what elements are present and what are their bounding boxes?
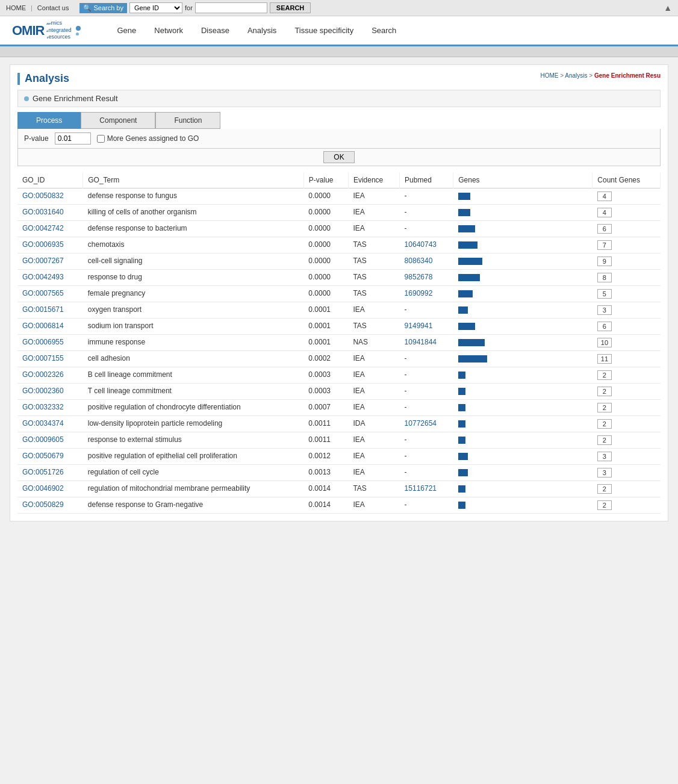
search-button[interactable]: SEARCH: [270, 2, 311, 13]
count-cell: 7: [592, 237, 661, 254]
pubmed-cell: -: [400, 302, 453, 319]
genes-bar-cell: [453, 286, 592, 302]
table-row: GO:0031640killing of cells of another or…: [17, 205, 661, 221]
go-id-link[interactable]: GO:0006955: [22, 338, 64, 346]
genes-bar-cell: [453, 319, 592, 335]
count-cell: 2: [592, 384, 661, 400]
pubmed-cell: 1690992: [400, 286, 453, 302]
count-badge: 9: [597, 257, 612, 266]
table-row: GO:0042742defense response to bacterium0…: [17, 221, 661, 237]
go-id-link[interactable]: GO:0015671: [22, 305, 64, 314]
count-cell: 11: [592, 351, 661, 367]
count-cell: 3: [592, 449, 661, 465]
pubmed-link[interactable]: 8086340: [405, 257, 433, 265]
more-genes-checkbox[interactable]: [97, 135, 105, 143]
nav-analysis[interactable]: Analysis: [247, 23, 276, 37]
tab-process[interactable]: Process: [17, 112, 81, 129]
title-accent-bar: [17, 73, 20, 85]
nav-tissue-specificity[interactable]: Tissue specificity: [294, 23, 353, 37]
go-id-link[interactable]: GO:0046902: [22, 484, 64, 493]
genes-bar-cell: [453, 416, 592, 432]
home-link[interactable]: HOME: [6, 4, 26, 11]
genes-bar-cell: [453, 465, 592, 481]
count-cell: 5: [592, 286, 661, 302]
evidence-cell: IEA: [348, 449, 399, 465]
pvalue-cell: 0.0000: [303, 270, 348, 286]
tab-component[interactable]: Component: [81, 112, 155, 129]
nav-search[interactable]: Search: [372, 23, 396, 37]
go-term: T cell lineage commitment: [83, 384, 304, 400]
table-row: GO:0002326B cell lineage commitment0.000…: [17, 367, 661, 384]
more-genes-label[interactable]: More Genes assigned to GO: [97, 134, 199, 143]
evidence-cell: IEA: [348, 205, 399, 221]
genes-bar: [458, 437, 465, 444]
go-id-link[interactable]: GO:0042493: [22, 273, 64, 281]
count-cell: 10: [592, 335, 661, 351]
pubmed-link[interactable]: 1690992: [405, 289, 433, 297]
pvalue-cell: 0.0014: [303, 497, 348, 514]
count-cell: 6: [592, 221, 661, 237]
pvalue-input[interactable]: [55, 132, 91, 145]
nav-disease[interactable]: Disease: [201, 23, 229, 37]
go-term: response to external stimulus: [83, 432, 304, 449]
evidence-cell: IDA: [348, 416, 399, 432]
go-term: sodium ion transport: [83, 319, 304, 335]
table-row: GO:0007565female pregnancy0.0000TAS16909…: [17, 286, 661, 302]
go-id-link[interactable]: GO:0050832: [22, 191, 64, 200]
pubmed-link[interactable]: 9852678: [405, 273, 433, 281]
count-cell: 6: [592, 319, 661, 335]
nav-network[interactable]: Network: [154, 23, 183, 37]
go-id-link[interactable]: GO:0007155: [22, 354, 64, 362]
count-cell: 2: [592, 416, 661, 432]
pubmed-link[interactable]: 10772654: [405, 419, 437, 428]
go-id-link[interactable]: GO:0034374: [22, 419, 64, 428]
go-id-link[interactable]: GO:0009605: [22, 435, 64, 444]
go-id-link[interactable]: GO:0042742: [22, 224, 64, 232]
table-row: GO:0042493response to drug0.0000TAS98526…: [17, 270, 661, 286]
count-cell: 2: [592, 481, 661, 497]
go-term: regulation of mitochondrial membrane per…: [83, 481, 304, 497]
pubmed-link[interactable]: 9149941: [405, 322, 433, 330]
go-term: immune response: [83, 335, 304, 351]
pvalue-cell: 0.0001: [303, 302, 348, 319]
pvalue-cell: 0.0002: [303, 351, 348, 367]
go-id-link[interactable]: GO:0051726: [22, 468, 64, 476]
table-row: GO:0050832defense response to fungus0.00…: [17, 188, 661, 205]
search-input[interactable]: [195, 2, 267, 13]
pubmed-cell: -: [400, 188, 453, 205]
breadcrumb-analysis[interactable]: Analysis: [565, 72, 587, 79]
genes-bar-cell: [453, 221, 592, 237]
contact-link[interactable]: Contact us: [37, 4, 69, 11]
go-id-link[interactable]: GO:0006935: [22, 240, 64, 249]
go-id-link[interactable]: GO:0007267: [22, 257, 64, 265]
go-id-link[interactable]: GO:0007565: [22, 289, 64, 297]
go-id-link[interactable]: GO:0006814: [22, 322, 64, 330]
pubmed-link[interactable]: 10640743: [405, 240, 437, 249]
evidence-cell: IEA: [348, 367, 399, 384]
go-id-link[interactable]: GO:0031640: [22, 208, 64, 216]
search-by-badge: 🔍 Search by: [79, 3, 127, 13]
count-cell: 3: [592, 302, 661, 319]
header: OMIR 𝓂mics 𝓈ntegrated 𝓇esources Gene Net…: [0, 16, 678, 46]
pubmed-cell: -: [400, 497, 453, 514]
pubmed-link[interactable]: 15116721: [405, 484, 437, 493]
go-id-link[interactable]: GO:0002326: [22, 370, 64, 379]
pvalue-cell: 0.0000: [303, 205, 348, 221]
go-id-link[interactable]: GO:0002360: [22, 387, 64, 395]
nav-gene[interactable]: Gene: [117, 23, 136, 37]
genes-bar-cell: [453, 254, 592, 270]
go-id-link[interactable]: GO:0050829: [22, 500, 64, 509]
go-id-link[interactable]: GO:0032332: [22, 403, 64, 411]
ok-button[interactable]: OK: [323, 151, 354, 163]
breadcrumb-home[interactable]: HOME: [540, 72, 558, 79]
count-badge: 2: [597, 370, 612, 380]
evidence-cell: TAS: [348, 270, 399, 286]
go-id-link[interactable]: GO:0050679: [22, 452, 64, 460]
tab-function[interactable]: Function: [155, 112, 220, 129]
pubmed-cell: 10941844: [400, 335, 453, 351]
pubmed-link[interactable]: 10941844: [405, 338, 437, 346]
search-select[interactable]: Gene ID Gene Name UniProt OMIM: [129, 2, 182, 13]
count-cell: 4: [592, 205, 661, 221]
scroll-up-arrow[interactable]: ▲: [664, 3, 672, 13]
filter-row: P-value More Genes assigned to GO: [17, 129, 661, 149]
